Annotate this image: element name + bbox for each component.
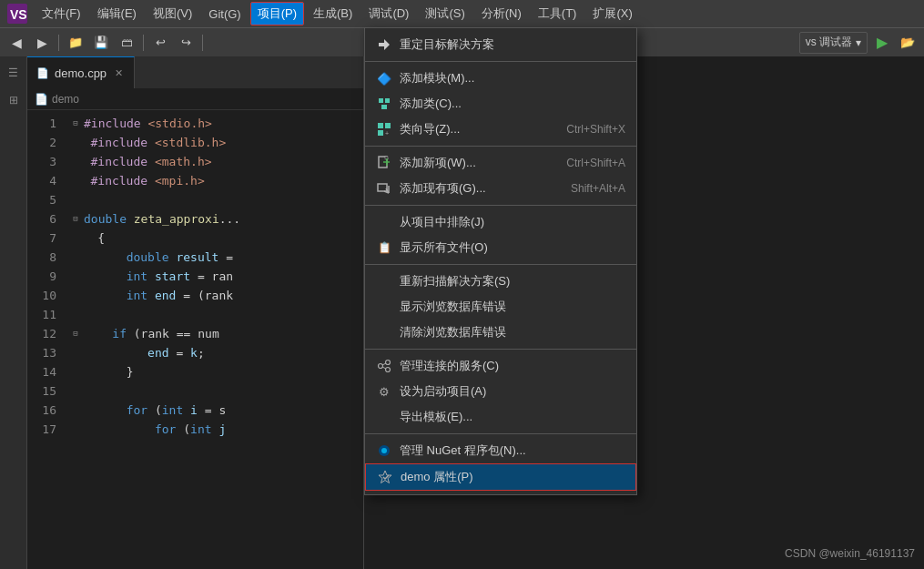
menu-show-browse-errors[interactable]: 显示浏览数据库错误 (365, 294, 636, 320)
code-line-17: for (int j (69, 420, 363, 439)
clear-errors-label: 清除浏览数据库错误 (400, 324, 506, 340)
toolbar-separator-2 (143, 35, 144, 51)
debug-dropdown-label: vs 调试器 (806, 35, 852, 50)
start-debug-button[interactable]: ▶ (871, 32, 893, 54)
menu-analyze[interactable]: 分析(N) (474, 2, 529, 25)
code-line-16: for (int i = s (69, 401, 363, 420)
code-line-6: ⊟ double zeta_approxi... (69, 209, 363, 229)
sidebar-solution-icon[interactable]: ☰ (3, 62, 25, 84)
tab-demo-cpp[interactable]: 📄 demo.cpp ✕ (27, 56, 135, 88)
undo-button[interactable]: ↩ (149, 32, 171, 54)
demo-properties-label: demo 属性(P) (401, 469, 472, 485)
retarget-icon (376, 36, 392, 53)
breadcrumb-icon: 📄 (35, 93, 48, 106)
code-line-13: end = k; (69, 343, 363, 362)
project-dropdown-menu: 重定目标解决方案 🔷 添加模块(M)... 添加类(C)... + 类向导(Z)… (364, 27, 637, 495)
menu-clear-browse-errors[interactable]: 清除浏览数据库错误 (365, 320, 636, 345)
tab-close-button[interactable]: ✕ (112, 66, 125, 79)
add-existing-shortcut: Shift+Alt+A (571, 182, 625, 195)
menu-test[interactable]: 测试(S) (418, 2, 472, 25)
nuget-icon (376, 442, 392, 459)
menu-manage-nuget[interactable]: 管理 NuGet 程序包(N)... (365, 438, 636, 463)
menu-debug[interactable]: 调试(D) (361, 2, 416, 25)
code-line-1: ⊟ #include <stdio.h> (69, 114, 363, 133)
menu-view[interactable]: 视图(V) (146, 2, 199, 25)
export-template-label: 导出模板(E)... (400, 409, 472, 425)
exclude-icon (376, 214, 392, 230)
manage-connections-label: 管理连接的服务(C) (400, 358, 499, 374)
menu-sep-2 (365, 146, 636, 147)
menu-retarget[interactable]: 重定目标解决方案 (365, 32, 636, 57)
forward-button[interactable]: ▶ (31, 32, 53, 54)
line-numbers: 1 2 3 4 5 6 7 8 9 10 11 12 13 14 15 16 1… (27, 110, 66, 569)
svg-rect-3 (379, 98, 383, 103)
collapse-icon-6[interactable]: ⊟ (69, 213, 82, 226)
menu-add-module[interactable]: 🔷 添加模块(M)... (365, 66, 636, 91)
file-panel: 📄 demo.cpp ✕ 📄 demo 1 2 3 4 5 6 7 8 9 10 (27, 56, 364, 569)
retarget-label: 重定目标解决方案 (400, 36, 494, 53)
sidebar: ☰ ⊞ (0, 56, 27, 569)
nuget-label: 管理 NuGet 程序包(N)... (400, 442, 526, 459)
code-line-14: } (69, 362, 363, 381)
add-new-shortcut: Ctrl+Shift+A (566, 157, 625, 169)
code-line-7: { (69, 229, 363, 248)
class-wizard-label: 类向导(Z)... (400, 121, 460, 137)
svg-line-23 (382, 367, 386, 369)
menu-tools[interactable]: 工具(T) (531, 2, 584, 25)
open-folder-icon[interactable]: 📂 (897, 32, 919, 54)
add-existing-label: 添加现有项(G)... (400, 180, 486, 197)
menu-add-existing-item[interactable]: 添加现有项(G)... Shift+Alt+A (365, 176, 636, 201)
sidebar-class-icon[interactable]: ⊞ (3, 89, 25, 111)
menu-exclude-project[interactable]: 从项目中排除(J) (365, 209, 636, 235)
exclude-label: 从项目中排除(J) (400, 214, 484, 230)
menu-rescan[interactable]: 重新扫描解决方案(S) (365, 269, 636, 294)
breadcrumb: 📄 demo (27, 88, 363, 110)
svg-rect-5 (381, 105, 387, 109)
debug-dropdown[interactable]: vs 调试器 ▾ (799, 32, 868, 54)
menu-show-all-files[interactable]: 📋 显示所有文件(O) (365, 235, 636, 260)
menu-extensions[interactable]: 扩展(X) (585, 2, 639, 25)
menu-sep-5 (365, 349, 636, 350)
rescan-icon (376, 273, 392, 290)
add-class-icon (376, 96, 392, 112)
open-folder-button[interactable]: 📁 (65, 32, 86, 54)
add-class-label: 添加类(C)... (400, 96, 462, 112)
class-wizard-icon: + (376, 121, 392, 137)
menu-class-wizard[interactable]: + 类向导(Z)... Ctrl+Shift+X (365, 117, 636, 142)
menu-build[interactable]: 生成(B) (306, 2, 360, 25)
svg-point-25 (381, 448, 387, 453)
menu-manage-connections[interactable]: 管理连接的服务(C) (365, 353, 636, 379)
collapse-icon-1[interactable]: ⊟ (69, 117, 82, 130)
code-line-15 (69, 381, 363, 401)
menu-git[interactable]: Git(G) (201, 4, 248, 25)
menu-edit[interactable]: 编辑(E) (90, 2, 144, 25)
menu-file[interactable]: 文件(F) (35, 2, 88, 25)
toolbar-separator-3 (202, 35, 203, 51)
menu-export-template[interactable]: 导出模板(E)... (365, 404, 636, 430)
add-new-item-icon (376, 155, 392, 171)
class-wizard-shortcut: Ctrl+Shift+X (566, 123, 625, 136)
toolbar-separator-1 (58, 35, 59, 51)
menu-project[interactable]: 项目(P) (250, 2, 304, 25)
menu-demo-properties[interactable]: demo 属性(P) (365, 463, 636, 491)
add-module-label: 添加模块(M)... (400, 70, 474, 86)
collapse-icon-12[interactable]: ⊟ (69, 328, 82, 340)
save-button[interactable]: 💾 (90, 32, 112, 54)
back-button[interactable]: ◀ (5, 32, 27, 54)
code-content[interactable]: ⊟ #include <stdio.h> #include <stdlib.h>… (66, 110, 363, 569)
save-all-button[interactable]: 🗃 (116, 32, 137, 54)
code-line-9: int start = ran (69, 267, 363, 286)
redo-button[interactable]: ↪ (175, 32, 197, 54)
svg-point-21 (386, 368, 391, 372)
menu-add-new-item[interactable]: 添加新项(W)... Ctrl+Shift+A (365, 150, 636, 176)
svg-rect-15 (378, 184, 387, 191)
tab-file-icon: 📄 (36, 67, 49, 79)
code-area[interactable]: 1 2 3 4 5 6 7 8 9 10 11 12 13 14 15 16 1… (27, 110, 363, 569)
watermark-text: CSDN @weixin_46191137 (785, 547, 915, 560)
show-files-label: 显示所有文件(O) (400, 239, 488, 256)
svg-marker-2 (379, 39, 390, 50)
menu-set-startup[interactable]: ⚙ 设为启动项目(A) (365, 379, 636, 404)
svg-rect-7 (385, 123, 391, 128)
menu-sep-4 (365, 264, 636, 265)
menu-add-class[interactable]: 添加类(C)... (365, 91, 636, 117)
